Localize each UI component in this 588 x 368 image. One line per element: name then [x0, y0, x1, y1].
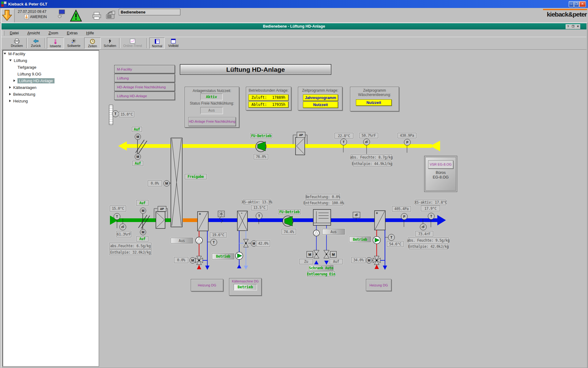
intake-damper-bottom-status: Auf: [136, 236, 149, 242]
supply-enthalpy: Enthalpie: 42.0kJ/kg: [409, 243, 448, 249]
intake-damper-top-status: Auf: [136, 200, 149, 206]
intake-damper-motor-top-icon: M: [140, 208, 146, 214]
vsr-zone-box: VSR EG-8.OG Büros EG-8.OG: [424, 156, 457, 192]
exchanger-position-value: 0.0%: [148, 180, 162, 186]
vsr-button[interactable]: VSR EG-8.OG: [428, 160, 453, 169]
exchanger-motor-icon: M: [164, 180, 170, 186]
heizung-dg-right-button[interactable]: Heizung DG: [366, 279, 391, 291]
reheater-piping: [372, 230, 389, 270]
supply-xs-value: XS-aktiv: 17.8°C: [415, 200, 446, 205]
duct-humidity-sensor-icon: rF: [353, 212, 360, 218]
kaeltemaschine-dg-button[interactable]: Kältemaschine DG Betrieb: [229, 278, 262, 296]
exhaust-fan-fu-status: FU-Betrieb: [250, 133, 272, 138]
humidifier-washer: [313, 209, 331, 225]
outside-temp-sensor-icon: T: [112, 110, 119, 117]
vsr-zone-line1: Büros: [424, 171, 457, 175]
cooler-temp-sensor-icon: T: [256, 213, 262, 219]
supply-temp-value: 17.9°C: [421, 205, 440, 211]
washer-valve-motor-left-icon: M: [307, 251, 313, 258]
heizung-dg-left-button[interactable]: Heizung DG: [191, 279, 223, 291]
preheater-temp-value: 19.6°C: [210, 232, 227, 238]
reheater-plus-icon: +: [376, 212, 378, 215]
reheater-valve-motor-icon: M: [366, 257, 372, 263]
washer-pump-status: Aus: [322, 229, 345, 235]
intake-temp-value: 15.0°C: [110, 205, 126, 212]
preheater-temp-sensor-icon: T: [210, 239, 217, 246]
preheater-valve-value: 0.0%: [174, 257, 188, 263]
washer-dehumidify-value: Entfeuchtung: 100.0%: [305, 200, 343, 206]
intake-temp-sensor-icon: T: [114, 213, 120, 220]
cooler-minus-icon: -: [241, 212, 242, 215]
cooler-setpoint-value: 13.5°C: [251, 205, 268, 210]
intake-humidity-sensor-icon: rF: [119, 224, 126, 230]
supply-fan-speed: 74.4%: [281, 229, 296, 235]
washer-drain-status: Entleerung Ein: [307, 271, 335, 277]
reheater-valve-value: 34.0%: [351, 257, 366, 263]
exhaust-temp-value: 22.8°C: [334, 133, 353, 139]
outside-temp-value: 15.0°C: [119, 111, 134, 117]
supply-abs-humidity: abs. Feuchte: 9.5g/kg: [408, 237, 449, 243]
intake-damper-motor-bottom-icon: M: [140, 229, 146, 235]
heater-plus-icon: +: [199, 213, 201, 216]
cooler-xs-value: XS-aktiv: 13.3%: [243, 199, 270, 205]
washer-valve-motor-right-icon: M: [330, 251, 337, 258]
supply-fan-fu-status: FU-Betrieb: [278, 209, 301, 214]
exhaust-duct: [118, 141, 440, 151]
washer-valve-right-status: Auf: [330, 259, 343, 264]
preheater-pump-status: Aus: [171, 238, 193, 243]
cooler-coil: [237, 211, 247, 231]
preheater-piping: [195, 231, 211, 270]
exhaust-fan: [256, 141, 266, 152]
exhaust-damper-motor-top-icon: M: [135, 134, 141, 140]
exhaust-damper-bottom-status: Auf: [132, 161, 143, 166]
diagram-canvas: [0, 0, 588, 368]
exhaust-pressure-value: 430.9Pa: [398, 133, 417, 138]
exhaust-temp-sensor-icon: T: [340, 139, 347, 145]
exchanger-freigabe-status: Freigabe: [185, 174, 207, 179]
exhaust-humidity-sensor-icon: rF: [363, 139, 370, 145]
rotary-heat-exchanger: [169, 138, 182, 227]
exhaust-abs-humidity: abs. Feuchte: 8.7g/kg: [351, 154, 392, 160]
exhaust-humidity-value: 50.7%rF: [359, 133, 378, 138]
intake-enthalpy: Enthalpie: 32.0kJ/kg: [109, 249, 152, 255]
intake-abs-humidity: abs.Feuchte: 6.5g/kg: [109, 243, 152, 249]
supply-humidity-sensor-icon: rF: [420, 224, 427, 230]
reheater-temp-sensor-icon: T: [388, 234, 395, 241]
kaeltemaschine-status: Betrieb: [234, 284, 257, 290]
washer-valve-left-status: Zu: [299, 259, 313, 264]
supply-filter-dp-icon: ΔP: [158, 206, 166, 212]
exhaust-enthalpy: Enthalpie: 44.9kJ/kg: [353, 161, 391, 167]
exhaust-pressure-sensor-icon: P: [404, 139, 411, 146]
washer-humidify-value: Befeuchtung: 0.0%: [306, 194, 340, 200]
exhaust-damper-motor-bottom-icon: M: [135, 154, 141, 160]
exhaust-filter-dp-icon: ΔP: [297, 132, 305, 138]
reheater-pump-status: Betrieb: [349, 236, 371, 242]
supply-fan: [283, 216, 293, 226]
kaeltemaschine-label: Kältemaschine DG: [232, 279, 259, 283]
vsr-zone-line2: EG-8.OG: [424, 175, 457, 179]
cooler-valve-motor-icon: M: [251, 240, 257, 247]
supply-humidity-value: 73.4rF: [415, 231, 433, 237]
reheater-temp-value: 54.6°C: [387, 241, 404, 247]
washer-cabinet-status: Schrank Auto: [309, 265, 334, 271]
supply-pressure-value: 405.4Pa: [392, 206, 411, 212]
supply-temp-sensor-icon: T: [428, 213, 435, 220]
cooler-pump-status: Betrieb: [212, 253, 234, 259]
preheater-valve-motor-icon: M: [190, 257, 196, 263]
intake-humidity-value: 61.3%rF: [116, 231, 131, 237]
cooler-valve-value: 42.0%: [256, 240, 270, 247]
exhaust-damper-top-status: Auf: [132, 127, 142, 132]
exhaust-fan-speed: 76.0%: [254, 154, 268, 159]
supply-pressure-sensor-icon: P: [401, 213, 408, 220]
